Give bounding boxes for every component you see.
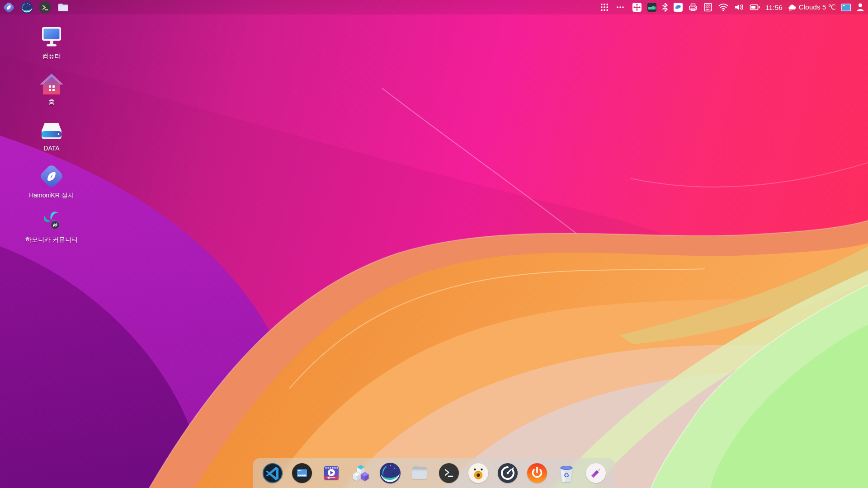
desktop-icon-home[interactable]: 홈 xyxy=(15,72,88,106)
system-monitor-applet[interactable] xyxy=(647,0,657,14)
window-move-icon xyxy=(632,2,642,12)
desktop-icon-data-drive[interactable]: DATA xyxy=(15,119,88,152)
dock-pencil-editor[interactable] xyxy=(585,463,606,483)
svg-text:♻: ♻ xyxy=(563,471,569,479)
panel-launchers xyxy=(0,0,70,14)
home-icon xyxy=(38,72,65,96)
wifi-icon xyxy=(718,3,729,12)
terminal-launcher[interactable] xyxy=(39,0,51,14)
trash-icon: ♻ xyxy=(556,463,577,483)
input-method-icon xyxy=(841,3,851,12)
clock-applet[interactable]: 11:56 xyxy=(765,0,782,14)
clock-time: 11:56 xyxy=(765,4,782,11)
top-panel: 11:56 Clouds 5 ℃ xyxy=(0,0,868,14)
desktop-icon-label: DATA xyxy=(43,145,59,152)
desktop-icon-hamonikr-installer[interactable]: HamoniKR 설치 xyxy=(15,164,88,199)
dock-power[interactable] xyxy=(527,463,547,483)
video-player-icon xyxy=(321,463,342,483)
terminal-icon xyxy=(439,463,459,483)
onscreen-keyboard-icon xyxy=(292,463,312,483)
input-method-applet[interactable] xyxy=(841,0,851,14)
vscode-icon xyxy=(262,463,283,483)
weather-text: Clouds 5 ℃ xyxy=(799,3,836,11)
weather-applet[interactable]: Clouds 5 ℃ xyxy=(788,0,836,14)
more-applets-button[interactable] xyxy=(616,0,624,14)
scanner-icon xyxy=(703,2,713,12)
system-tray: 11:56 Clouds 5 ℃ xyxy=(600,0,868,14)
dock-whale-browser[interactable] xyxy=(380,463,401,483)
ellipsis-icon xyxy=(616,3,624,11)
network-applet[interactable] xyxy=(718,0,729,14)
gauge-icon xyxy=(497,463,518,483)
folder-icon xyxy=(57,1,70,14)
hamonikr-logo-icon xyxy=(3,1,15,14)
app-grid-icon xyxy=(600,3,609,11)
face-app-icon xyxy=(468,463,489,483)
desktop-icon-label: 컴퓨터 xyxy=(42,52,61,60)
weather-cloud-icon xyxy=(788,3,797,11)
dock-file-manager[interactable] xyxy=(409,463,430,483)
desktop-icon-hamonika-community[interactable]: 하모니카 커뮤니티 xyxy=(15,209,88,243)
printer-icon xyxy=(688,2,698,12)
desktop-icon-label: HamoniKR 설치 xyxy=(29,192,74,199)
app-grid-applet[interactable] xyxy=(600,0,609,14)
terminal-icon xyxy=(39,1,51,14)
hamonikr-installer-icon xyxy=(38,164,65,189)
dock-onscreen-keyboard[interactable] xyxy=(292,463,312,483)
desktop-icon-label: 홈 xyxy=(48,99,55,106)
bluetooth-applet[interactable] xyxy=(662,0,668,14)
desktop-icon-label: 하모니카 커뮤니티 xyxy=(25,236,78,243)
whale-browser-launcher[interactable] xyxy=(21,0,33,14)
hard-drive-icon xyxy=(38,119,65,142)
dock-system-gauge[interactable] xyxy=(497,463,518,483)
dock-terminal[interactable] xyxy=(439,463,459,483)
boxes-cubes-icon xyxy=(350,463,371,483)
bluetooth-icon xyxy=(662,3,668,12)
whale-icon xyxy=(21,1,33,14)
dock-boxes[interactable] xyxy=(350,463,371,483)
battery-icon xyxy=(750,4,760,11)
user-session-applet[interactable] xyxy=(856,0,864,14)
folder-icon xyxy=(409,463,430,483)
printer-applet[interactable] xyxy=(688,0,698,14)
dock-trash[interactable]: ♻ xyxy=(556,463,577,483)
scanner-applet[interactable] xyxy=(703,0,713,14)
dock-hamonikr-face-app[interactable] xyxy=(468,463,489,483)
messenger-icon xyxy=(673,2,683,12)
battery-applet[interactable] xyxy=(750,0,760,14)
window-move-applet[interactable] xyxy=(632,0,642,14)
user-icon xyxy=(856,3,864,12)
whale-icon xyxy=(380,463,401,483)
pencil-icon xyxy=(585,463,606,483)
dock-video-player[interactable] xyxy=(321,463,342,483)
volume-icon xyxy=(734,3,745,12)
hamonikr-menu-button[interactable] xyxy=(3,0,15,14)
volume-applet[interactable] xyxy=(734,0,745,14)
hamonika-community-icon xyxy=(38,209,65,233)
file-manager-launcher[interactable] xyxy=(57,0,70,14)
system-monitor-icon xyxy=(647,2,657,12)
power-icon xyxy=(527,463,547,483)
desktop-icon-computer[interactable]: 컴퓨터 xyxy=(15,25,88,60)
messenger-applet[interactable] xyxy=(673,0,683,14)
dock: ♻ xyxy=(253,458,615,488)
computer-icon xyxy=(38,25,65,50)
dock-vscode[interactable] xyxy=(262,463,283,483)
wallpaper xyxy=(0,0,868,488)
